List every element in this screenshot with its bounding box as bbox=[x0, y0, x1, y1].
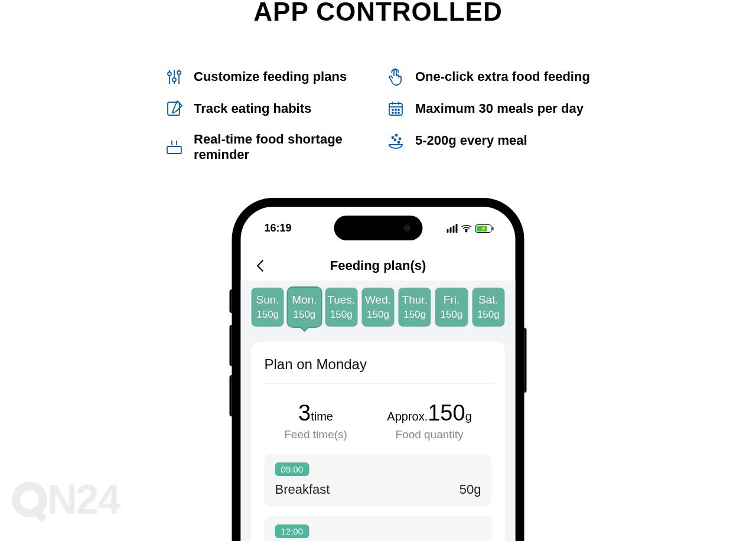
day-name: Sun. bbox=[252, 294, 284, 307]
svg-point-5 bbox=[177, 71, 181, 74]
battery-charging-icon: ⚡ bbox=[475, 224, 492, 233]
svg-point-25 bbox=[465, 230, 467, 232]
stat-food-qty: Approx.150g Food quantity bbox=[387, 400, 471, 441]
day-name: Sat. bbox=[472, 294, 504, 307]
day-tab-mon[interactable]: Mon.150g bbox=[288, 288, 321, 327]
feature-shortage-reminder: Real-time food shortage reminder bbox=[165, 132, 369, 162]
feature-portion-range: 5-200g every meal bbox=[387, 132, 591, 149]
feature-label: Track eating habits bbox=[194, 101, 311, 116]
day-name: Tues. bbox=[325, 294, 357, 307]
meal-time-badge: 09:00 bbox=[275, 462, 309, 476]
dynamic-island bbox=[334, 216, 422, 240]
feed-count-unit: time bbox=[311, 410, 333, 423]
meal-list: 09:00Breakfast50g12:00Lunch50g bbox=[265, 454, 492, 541]
day-tab-sat[interactable]: Sat.150g bbox=[472, 288, 504, 327]
feature-label: Maximum 30 meals per day bbox=[415, 101, 584, 116]
plan-title: Plan on Monday bbox=[265, 356, 492, 373]
phone-frame: 16:19 ⚡ Feeding plan(s) Sun.150gMon.150g… bbox=[232, 198, 524, 541]
day-amount: 150g bbox=[399, 309, 431, 321]
day-name: Wed. bbox=[361, 294, 394, 307]
day-amount: 150g bbox=[252, 309, 284, 321]
svg-point-20 bbox=[392, 137, 394, 139]
feature-track-habits: Track eating habits bbox=[165, 100, 369, 118]
divider bbox=[262, 383, 494, 384]
meal-item[interactable]: 09:00Breakfast50g bbox=[265, 454, 492, 507]
svg-point-17 bbox=[392, 112, 393, 113]
meal-item[interactable]: 12:00Lunch50g bbox=[265, 516, 492, 541]
day-amount: 150g bbox=[435, 309, 468, 321]
svg-point-22 bbox=[399, 138, 401, 140]
plan-card: Plan on Monday 3time Feed time(s) Approx… bbox=[252, 342, 505, 541]
cellular-signal-icon bbox=[447, 224, 458, 233]
edit-note-icon bbox=[165, 100, 183, 118]
day-name: Thur. bbox=[399, 294, 431, 307]
svg-rect-7 bbox=[167, 146, 181, 154]
feature-max-meals: Maximum 30 meals per day bbox=[387, 100, 591, 118]
feature-customize-plans: Customize feeding plans bbox=[165, 68, 369, 86]
feature-label: 5-200g every meal bbox=[415, 133, 527, 148]
feature-label: One-click extra food feeding bbox=[415, 69, 590, 84]
wifi-icon bbox=[461, 224, 472, 233]
day-tab-wed[interactable]: Wed.150g bbox=[361, 288, 394, 327]
qty-value: 150 bbox=[428, 400, 465, 425]
qty-prefix: Approx. bbox=[387, 410, 428, 423]
tap-hand-icon bbox=[387, 68, 405, 86]
magnifier-icon bbox=[12, 482, 47, 517]
day-amount: 150g bbox=[361, 309, 394, 321]
phone-screen: 16:19 ⚡ Feeding plan(s) Sun.150gMon.150g… bbox=[241, 207, 516, 541]
qty-sub: Food quantity bbox=[387, 428, 471, 441]
feed-count-sub: Feed time(s) bbox=[284, 428, 347, 441]
back-button[interactable] bbox=[257, 260, 269, 272]
svg-point-19 bbox=[398, 112, 399, 113]
meal-amount: 50g bbox=[460, 482, 481, 497]
tray-alert-icon bbox=[165, 138, 183, 156]
day-tab-fri[interactable]: Fri.150g bbox=[435, 288, 468, 327]
day-name: Fri. bbox=[435, 294, 468, 307]
day-tab-sun[interactable]: Sun.150g bbox=[252, 288, 284, 327]
svg-point-3 bbox=[168, 72, 171, 76]
svg-point-4 bbox=[172, 78, 176, 82]
status-time: 16:19 bbox=[265, 222, 292, 234]
watermark-logo: N24 bbox=[12, 476, 119, 523]
day-amount: 150g bbox=[288, 309, 321, 321]
day-name: Mon. bbox=[288, 294, 321, 307]
qty-unit: g bbox=[465, 410, 472, 423]
stat-feed-times: 3time Feed time(s) bbox=[284, 400, 347, 441]
app-header: Feeding plan(s) bbox=[241, 251, 516, 281]
day-tab-thur[interactable]: Thur.150g bbox=[399, 288, 431, 327]
portion-scoop-icon bbox=[387, 132, 405, 149]
day-amount: 150g bbox=[325, 309, 357, 321]
page-heading: APP CONTROLLED bbox=[0, 0, 756, 27]
features-grid: Customize feeding plans Track eating hab… bbox=[165, 68, 591, 162]
svg-point-14 bbox=[392, 109, 393, 110]
svg-point-16 bbox=[398, 109, 399, 110]
meal-time-badge: 12:00 bbox=[275, 524, 309, 538]
svg-point-21 bbox=[396, 135, 397, 136]
calendar-icon bbox=[387, 100, 405, 118]
feature-label: Customize feeding plans bbox=[194, 69, 347, 84]
svg-point-24 bbox=[398, 142, 400, 144]
app-screen-title: Feeding plan(s) bbox=[330, 258, 426, 273]
svg-point-15 bbox=[395, 109, 396, 110]
day-amount: 150g bbox=[472, 309, 504, 321]
svg-point-18 bbox=[395, 112, 396, 113]
feature-label: Real-time food shortage reminder bbox=[194, 132, 369, 162]
svg-point-23 bbox=[395, 139, 396, 141]
day-selector: Sun.150gMon.150gTues.150gWed.150gThur.15… bbox=[252, 288, 505, 327]
sliders-icon bbox=[165, 68, 183, 86]
feature-one-click-feed: One-click extra food feeding bbox=[387, 68, 591, 86]
meal-name: Breakfast bbox=[275, 482, 330, 497]
day-tab-tues[interactable]: Tues.150g bbox=[325, 288, 357, 327]
feed-count-value: 3 bbox=[298, 400, 311, 425]
